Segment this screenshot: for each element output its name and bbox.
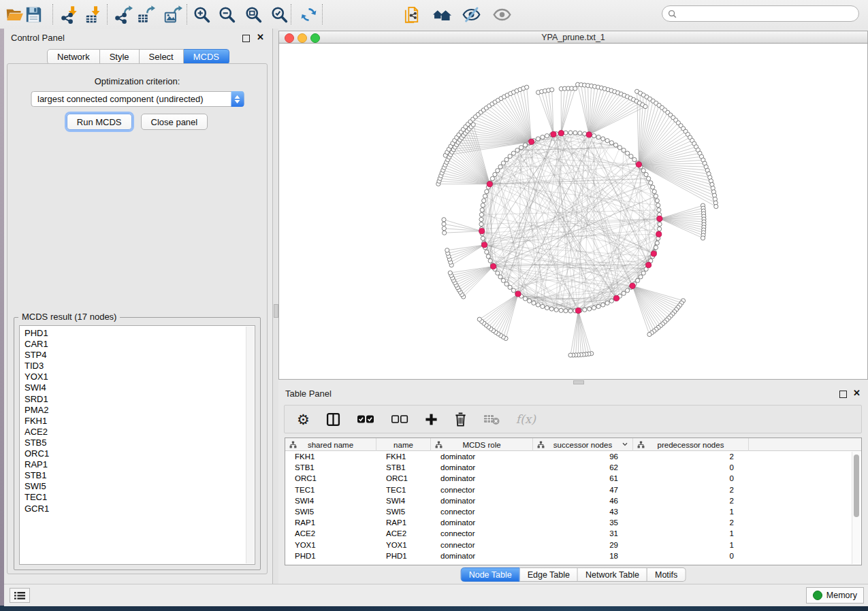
- tab-network-table[interactable]: Network Table: [578, 567, 647, 582]
- table-row[interactable]: ORC1ORC1dominator610: [285, 473, 861, 484]
- horizontal-splitter[interactable]: [278, 380, 868, 384]
- export-table-icon: [137, 5, 155, 24]
- table-row[interactable]: SWI5SWI5connector431: [285, 506, 861, 517]
- table-cell: 47: [533, 486, 633, 494]
- refresh-button[interactable]: [298, 4, 319, 24]
- column-header-shared-name[interactable]: shared name: [285, 438, 376, 451]
- import-network-button[interactable]: [59, 4, 80, 24]
- mcds-result-item[interactable]: CAR1: [25, 339, 255, 350]
- table-cell: FKH1: [376, 452, 431, 461]
- table-row[interactable]: SWI4SWI4dominator462: [285, 495, 861, 506]
- save-button[interactable]: [22, 4, 44, 24]
- close-panel-icon[interactable]: ✕: [853, 388, 861, 399]
- mcds-result-item[interactable]: PMA2: [25, 405, 255, 416]
- table-cell: 0: [633, 463, 749, 472]
- mcds-result-item[interactable]: TID3: [25, 361, 255, 371]
- delete-table-button[interactable]: [483, 414, 500, 425]
- tab-motifs[interactable]: Motifs: [647, 567, 686, 582]
- criterion-select[interactable]: largest connected component (undirected): [31, 91, 244, 107]
- table-cell: STB1: [285, 463, 376, 472]
- network-canvas[interactable]: [278, 44, 868, 380]
- eye-button[interactable]: [491, 4, 513, 24]
- add-column-button[interactable]: [425, 413, 438, 426]
- clone-network-button[interactable]: [402, 4, 423, 24]
- table-cell: 0: [633, 552, 749, 560]
- mcds-result-item[interactable]: GCR1: [25, 503, 255, 514]
- table-cell: 1: [633, 529, 749, 538]
- zoom-fit-button[interactable]: [242, 4, 264, 24]
- tab-mcds[interactable]: MCDS: [184, 49, 229, 65]
- export-image-button[interactable]: [162, 4, 184, 24]
- memory-button[interactable]: Memory: [806, 587, 864, 604]
- eye-slash-button[interactable]: [460, 4, 482, 24]
- table-cell: dominator: [431, 452, 533, 461]
- mcds-result-item[interactable]: FKH1: [25, 416, 255, 427]
- table-cell: ACE2: [285, 529, 376, 538]
- table-row[interactable]: PHD1PHD1dominator180: [285, 550, 861, 561]
- run-mcds-button[interactable]: Run MCDS: [67, 114, 132, 130]
- mcds-result-item[interactable]: YOX1: [25, 371, 255, 382]
- select-stepper-icon: [231, 91, 244, 107]
- export-network-button[interactable]: [112, 4, 134, 24]
- table-row[interactable]: RAP1RAP1dominator352: [285, 517, 861, 528]
- mcds-result-item[interactable]: PHD1: [25, 328, 255, 339]
- table-row[interactable]: TEC1TEC1connector472: [285, 484, 861, 495]
- mcds-result-item[interactable]: STB1: [25, 470, 255, 481]
- eye-icon: [493, 5, 511, 24]
- function-builder-button[interactable]: f(x): [516, 412, 536, 426]
- table-row[interactable]: STB1STB1dominator620: [285, 462, 861, 473]
- mcds-result-item[interactable]: SWI5: [25, 481, 255, 492]
- float-panel-icon[interactable]: [242, 35, 250, 42]
- table-settings-button[interactable]: ⚙: [297, 412, 310, 427]
- list-scrollbar[interactable]: [246, 327, 254, 563]
- mcds-result-item[interactable]: SRD1: [25, 394, 255, 405]
- zoom-out-icon: [218, 5, 236, 24]
- tab-edge-table[interactable]: Edge Table: [520, 567, 578, 582]
- float-panel-icon[interactable]: [839, 391, 847, 398]
- table-cell: ORC1: [376, 474, 431, 482]
- table-row[interactable]: ACE2ACE2connector311: [285, 528, 861, 539]
- table-cell: TEC1: [285, 486, 376, 494]
- zoom-out-button[interactable]: [216, 4, 238, 24]
- close-panel-icon[interactable]: ✕: [257, 32, 264, 43]
- close-panel-button[interactable]: Close panel: [141, 114, 208, 130]
- show-columns-button[interactable]: [326, 412, 340, 427]
- delete-column-button[interactable]: [454, 412, 467, 427]
- tab-network[interactable]: Network: [47, 49, 100, 65]
- houses-button[interactable]: [431, 4, 453, 24]
- mcds-buttons: Run MCDS Close panel: [7, 114, 267, 130]
- mcds-result-item[interactable]: STP4: [25, 350, 255, 361]
- zoom-in-button[interactable]: [191, 4, 212, 24]
- task-history-button[interactable]: [10, 588, 30, 603]
- export-table-button[interactable]: [135, 4, 157, 24]
- select-all-button[interactable]: [357, 414, 374, 424]
- table-tabs: Node TableEdge TableNetwork TableMotifs: [461, 567, 686, 582]
- toolbar-separator: [291, 4, 291, 24]
- mcds-result-item[interactable]: ACE2: [25, 427, 255, 437]
- table-scrollbar[interactable]: [852, 452, 861, 564]
- import-table-button[interactable]: [82, 4, 104, 24]
- column-header-MCDS-role[interactable]: MCDS role: [431, 438, 533, 451]
- column-type-icon: [435, 441, 443, 448]
- column-header-successor-nodes[interactable]: successor nodes: [533, 438, 633, 451]
- mcds-result-item[interactable]: SWI4: [25, 382, 255, 393]
- tab-style[interactable]: Style: [100, 49, 140, 65]
- mcds-result-item[interactable]: ORC1: [25, 448, 255, 459]
- table-row[interactable]: YOX1YOX1connector291: [285, 540, 861, 550]
- toolbar-separator: [187, 4, 187, 24]
- splitter-grip[interactable]: [274, 304, 278, 318]
- column-header-name[interactable]: name: [376, 438, 431, 451]
- mcds-result-item[interactable]: TEC1: [25, 492, 255, 503]
- mcds-result-item[interactable]: STB5: [25, 437, 255, 448]
- column-header-predecessor-nodes[interactable]: predecessor nodes: [633, 438, 749, 451]
- houses-icon: [433, 5, 451, 24]
- scrollbar-thumb[interactable]: [854, 455, 859, 517]
- zoom-selected-button[interactable]: [268, 4, 290, 24]
- clone-network-icon: [404, 5, 422, 24]
- search-input[interactable]: [680, 8, 858, 19]
- tab-select[interactable]: Select: [140, 49, 184, 65]
- table-row[interactable]: FKH1FKH1dominator962: [285, 451, 861, 462]
- mcds-result-item[interactable]: RAP1: [25, 459, 255, 470]
- deselect-all-button[interactable]: [391, 414, 408, 424]
- tab-node-table[interactable]: Node Table: [461, 567, 520, 582]
